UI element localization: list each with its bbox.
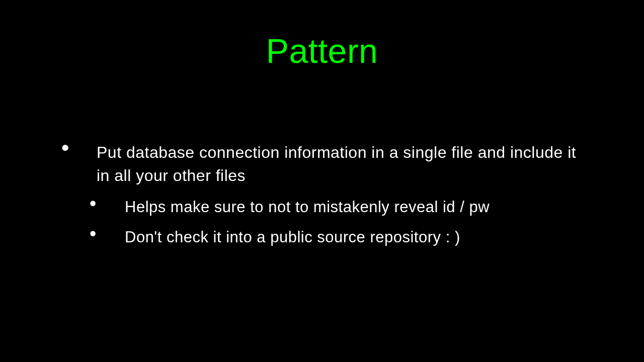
list-item: • Put database connection information in… bbox=[60, 141, 594, 187]
list-item: • Don't check it into a public source re… bbox=[89, 226, 594, 248]
bullet-icon: • bbox=[89, 196, 125, 211]
bullet-text: Helps make sure to not to mistakenly rev… bbox=[125, 196, 490, 218]
list-item: • Helps make sure to not to mistakenly r… bbox=[89, 196, 594, 218]
bullet-text: Don't check it into a public source repo… bbox=[125, 226, 460, 248]
slide-content: • Put database connection information in… bbox=[60, 141, 594, 256]
bullet-icon: • bbox=[60, 141, 97, 155]
bullet-text: Put database connection information in a… bbox=[97, 141, 594, 187]
slide-title: Pattern bbox=[0, 31, 644, 70]
bullet-icon: • bbox=[89, 226, 125, 241]
slide: Pattern • Put database connection inform… bbox=[0, 0, 644, 362]
sub-list: • Helps make sure to not to mistakenly r… bbox=[89, 196, 594, 248]
